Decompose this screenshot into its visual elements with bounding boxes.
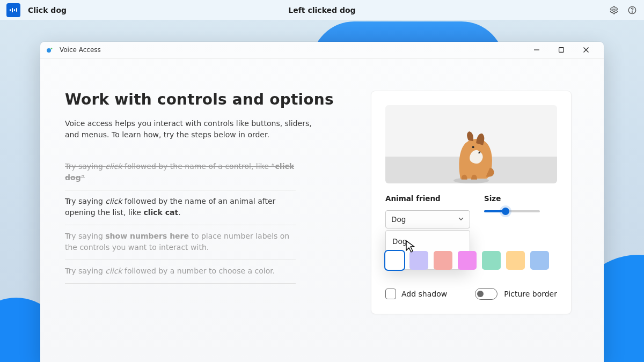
- svg-rect-6: [559, 48, 564, 53]
- add-shadow-checkbox[interactable]: [385, 289, 396, 299]
- color-swatch[interactable]: [409, 251, 428, 270]
- voice-confirmation-text: Left clicked dog: [288, 6, 355, 14]
- color-swatch[interactable]: [458, 251, 477, 270]
- settings-icon[interactable]: [609, 5, 619, 16]
- picture-border-label: Picture border: [504, 290, 557, 298]
- tutorial-step: Try saying click followed by a number to…: [65, 260, 296, 284]
- color-swatch[interactable]: [482, 251, 501, 270]
- titlebar: Voice Access: [40, 42, 604, 58]
- chevron-down-icon: [458, 215, 464, 224]
- animal-select[interactable]: Dog: [385, 210, 470, 228]
- color-swatch[interactable]: [434, 251, 452, 270]
- page-description: Voice access helps you interact with con…: [65, 118, 312, 141]
- tutorial-steps: Try saying click followed by the name of…: [65, 156, 349, 284]
- tutorial-step: Try saying click followed by the name of…: [65, 190, 296, 225]
- window-title: Voice Access: [60, 46, 101, 54]
- animal-selected-value: Dog: [391, 215, 406, 224]
- tutorial-step: Try saying show numbers here to place nu…: [65, 225, 296, 260]
- color-swatch[interactable]: [506, 251, 525, 270]
- close-button[interactable]: [574, 42, 598, 58]
- animal-label: Animal friend: [385, 194, 470, 203]
- svg-rect-5: [534, 49, 539, 50]
- color-swatch[interactable]: [530, 251, 549, 270]
- color-swatch[interactable]: [385, 251, 404, 270]
- animal-option[interactable]: Dog: [386, 233, 470, 250]
- slider-thumb[interactable]: [502, 208, 509, 215]
- maximize-button[interactable]: [549, 42, 574, 58]
- voice-access-topbar: Click dog Left clicked dog: [0, 0, 644, 20]
- instructions-panel: Work with controls and options Voice acc…: [65, 91, 349, 362]
- svg-point-8: [472, 146, 474, 148]
- tutorial-step: Try saying click followed by the name of…: [65, 156, 296, 190]
- picture-border-toggle[interactable]: [475, 288, 497, 300]
- demo-card: Animal friend Dog DogCat Si: [371, 91, 572, 314]
- svg-point-2: [632, 11, 632, 12]
- app-window: Voice Access Work with controls and opti…: [40, 42, 604, 362]
- mic-wave-icon: [10, 8, 17, 12]
- svg-point-0: [613, 9, 616, 11]
- dog-illustration: [442, 125, 501, 183]
- color-swatches: [385, 251, 557, 270]
- help-icon[interactable]: [627, 5, 638, 16]
- size-label: Size: [484, 194, 557, 203]
- preview-canvas: [385, 105, 557, 183]
- svg-point-4: [51, 48, 53, 49]
- mic-button[interactable]: [6, 3, 20, 17]
- page-heading: Work with controls and options: [65, 91, 349, 108]
- voice-heard-text: Click dog: [28, 6, 67, 14]
- add-shadow-label: Add shadow: [401, 290, 447, 298]
- size-slider[interactable]: [484, 210, 540, 212]
- svg-point-3: [47, 48, 51, 53]
- app-icon: [46, 46, 54, 54]
- minimize-button[interactable]: [524, 42, 549, 58]
